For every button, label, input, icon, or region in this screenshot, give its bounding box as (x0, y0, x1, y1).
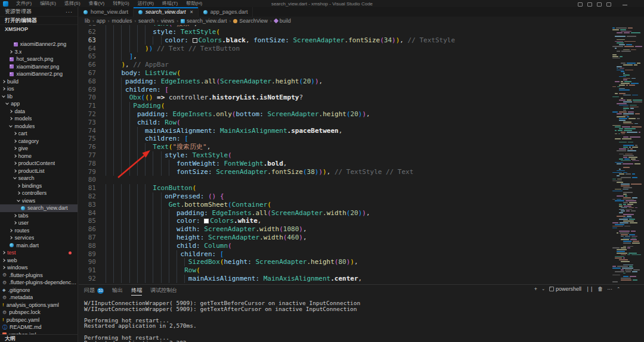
tree-item[interactable]: ⚙.flutter-plugins-dependencies (0, 279, 78, 287)
code-line[interactable]: 67body: ListView( (79, 69, 609, 77)
tree-item[interactable]: !analysis_options.yaml (0, 301, 78, 309)
tree-item[interactable]: windows (0, 264, 78, 272)
tree-item[interactable]: routes (0, 227, 78, 235)
breadcrumb-item[interactable]: app (97, 18, 106, 24)
terminal-shell-item[interactable]: powershell (549, 286, 581, 292)
tree-item[interactable]: lib (0, 93, 78, 101)
menu-item[interactable]: 运行(R) (134, 0, 158, 7)
tree-item[interactable]: user (0, 219, 78, 227)
toggle-primary-sidebar-icon[interactable] (578, 2, 583, 7)
open-editors-section[interactable]: 打开的编辑器 (0, 16, 78, 24)
tree-item[interactable]: ◆.gitignore (0, 287, 78, 294)
editor-tab-app_pages-dart[interactable]: app_pages.dart (199, 7, 253, 17)
menu-item[interactable]: 查看(V) (85, 0, 109, 7)
tree-item[interactable]: search_view.dart (0, 204, 78, 212)
code-line[interactable]: 72padding: EdgeInsets.only(bottom: Scree… (79, 110, 609, 119)
code-line[interactable]: 65], (79, 52, 609, 61)
code-line[interactable]: 85color: Colors.white, (79, 217, 609, 225)
panel-tab-调试控制台[interactable]: 调试控制台 (150, 285, 177, 296)
code-line[interactable]: 63color: Colors.black, fontSize: ScreenA… (79, 36, 609, 45)
toggle-secondary-sidebar-icon[interactable] (597, 2, 602, 7)
menu-item[interactable]: 选择(S) (60, 0, 85, 7)
tree-item[interactable]: ios (0, 85, 78, 93)
split-terminal-icon[interactable]: ❘❘ (586, 286, 593, 292)
tree-item[interactable]: ⚙pubspec.lock (0, 309, 78, 316)
minimize-icon[interactable] (623, 5, 627, 5)
tree-item[interactable]: tabs (0, 212, 78, 220)
tree-item[interactable]: services (0, 234, 78, 242)
code-line[interactable]: 64)) // Text // TextButton (79, 45, 609, 53)
code-line[interactable]: 79fontSize: ScreenAdapter.fontSize(38)))… (79, 168, 609, 176)
maximize-panel-icon[interactable]: ⌃ (617, 287, 620, 291)
tree-item[interactable]: search (0, 175, 78, 182)
tree-item[interactable]: modules (0, 123, 78, 130)
menu-item[interactable]: 文件(F) (12, 0, 36, 7)
code-line[interactable]: 68padding: EdgeInsets.all(ScreenAdapter.… (79, 77, 609, 86)
menu-item[interactable]: 编辑(E) (36, 0, 60, 7)
tree-item[interactable]: hot_search.png (0, 55, 78, 63)
tree-item[interactable]: !pubspec.yaml (0, 316, 78, 324)
breadcrumb-item[interactable]: lib (85, 18, 90, 24)
panel-tab-输出[interactable]: 输出 (112, 285, 123, 296)
breadcrumb-item[interactable]: search_view.dart (181, 18, 227, 24)
tree-item[interactable]: app (0, 100, 78, 108)
code-line[interactable]: 71Padding( (79, 102, 609, 110)
tree-item[interactable]: category (0, 138, 78, 145)
tree-item[interactable]: productContent (0, 160, 78, 167)
code-line[interactable]: 75children: [ (79, 135, 609, 143)
breadcrumb-item[interactable]: modules (112, 18, 132, 24)
editor-tab-home_view-dart[interactable]: home_view.dart (79, 7, 134, 17)
menu-item[interactable]: 终端(T) (158, 0, 182, 7)
code-line[interactable]: 91Row( (79, 266, 609, 275)
minimap[interactable] (611, 25, 644, 284)
code-line[interactable]: 84padding: EdgeInsets.all(ScreenAdapter.… (79, 209, 609, 217)
terminal-dropdown-icon[interactable]: ⌄ (541, 287, 545, 291)
code-line[interactable]: 83Get.bottomSheet(Container( (79, 201, 609, 209)
tree-item[interactable]: views (0, 197, 78, 205)
code-line[interactable]: 78fontWeight: FontWeight.bold, (79, 160, 609, 168)
breadcrumb-item[interactable]: views (161, 18, 175, 24)
tree-item[interactable]: data (0, 108, 78, 116)
tree-item[interactable]: bindings (0, 182, 78, 190)
code-line[interactable]: 66), // AppBar (79, 61, 609, 69)
code-line[interactable]: 76Text("搜索历史", (79, 143, 609, 151)
tree-item[interactable]: build (0, 78, 78, 86)
tree-item[interactable]: models (0, 115, 78, 123)
tree-item[interactable]: web (0, 257, 78, 265)
tree-item[interactable]: ⓘREADME.md (0, 324, 78, 331)
code-line[interactable]: 62style: TextStyle( (79, 28, 609, 36)
tree-item[interactable]: main.dart (0, 242, 78, 250)
more-actions-icon[interactable]: ··· (66, 9, 73, 15)
tree-item[interactable]: cart (0, 130, 78, 138)
code-line[interactable]: 92mainAxisAlignment: MainAxisAlignment.c… (79, 275, 609, 283)
menu-item[interactable]: 帮助(H) (182, 0, 206, 7)
toggle-panel-icon[interactable] (587, 2, 592, 7)
tree-item[interactable]: 3.x (0, 48, 78, 56)
panel-more-icon[interactable]: ··· (607, 286, 612, 292)
code-line[interactable]: 88child: Column( (79, 242, 609, 250)
tree-item[interactable]: productList (0, 167, 78, 175)
code-line[interactable]: 86width: ScreenAdapter.width(1080), (79, 225, 609, 234)
customize-layout-icon[interactable] (606, 2, 611, 7)
breadcrumb-item[interactable]: build (274, 18, 291, 24)
close-icon[interactable]: × (190, 9, 193, 15)
panel-tab-问题[interactable]: 问题53 (84, 285, 104, 296)
tree-item[interactable]: xiaomiBanner2.png (0, 70, 78, 78)
code-line[interactable]: 73child: Row( (79, 119, 609, 127)
code-line[interactable]: 82onPressed: () { (79, 192, 609, 201)
project-section[interactable]: XMSHOP (0, 24, 78, 33)
editor-tab-search_view-dart[interactable]: search_view.dart× (134, 7, 199, 17)
breadcrumb-item[interactable]: SearchView (233, 18, 268, 24)
tree-item[interactable]: test (0, 249, 78, 257)
code-line[interactable]: 80 (79, 176, 609, 184)
code-line[interactable]: 81IconButton( (79, 184, 609, 192)
tree-item[interactable]: ⚙.flutter-plugins (0, 272, 78, 279)
panel-tab-终端[interactable]: 终端 (131, 285, 142, 296)
tree-item[interactable]: controllers (0, 189, 78, 197)
code-line[interactable]: 69children: [ (79, 86, 609, 94)
code-line[interactable]: 87height: ScreenAdapter.width(460), (79, 234, 609, 242)
tree-item[interactable]: xiaomiBanner2.png (0, 41, 78, 48)
tree-item[interactable]: xiaomiBanner.png (0, 63, 78, 71)
breadcrumb-item[interactable]: search (138, 18, 154, 24)
code-line[interactable]: 77style: TextStyle( (79, 151, 609, 160)
